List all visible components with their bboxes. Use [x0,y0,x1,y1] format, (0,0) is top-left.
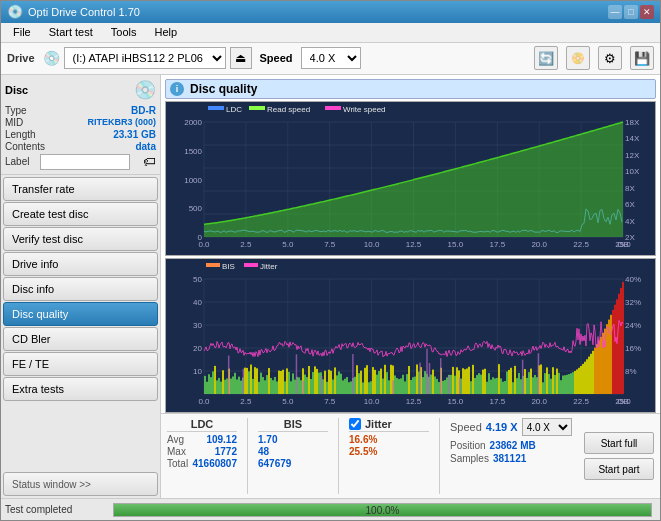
left-panel: Disc 💿 Type BD-R MID RITEKBR3 (000) Leng… [1,75,161,498]
stats-bis-avg-val: 1.70 [258,434,277,445]
disc-type-row: Type BD-R [5,105,156,116]
nav-cd-bler[interactable]: CD Bler [3,327,158,351]
stats-ldc-column: LDC Avg 109.12 Max 1772 Total 41660807 [167,418,237,494]
disc-label-icon: 🏷 [143,154,156,169]
eject-button[interactable]: ⏏ [230,47,252,69]
app-title: Opti Drive Control 1.70 [28,6,140,18]
divider-2 [338,418,339,494]
chart-title: Disc quality [190,82,257,96]
nav-drive-info[interactable]: Drive info [3,252,158,276]
close-button[interactable]: ✕ [640,5,654,19]
disc-section-icon: 💿 [134,79,156,101]
refresh-button[interactable]: 🔄 [534,46,558,70]
disc-contents-row: Contents data [5,141,156,152]
save-button[interactable]: 💾 [630,46,654,70]
disc-info-table: Type BD-R MID RITEKBR3 (000) Length 23.3… [5,105,156,170]
menu-file[interactable]: File [5,24,39,40]
stats-area: LDC Avg 109.12 Max 1772 Total 41660807 [161,413,660,498]
nav-create-test-disc[interactable]: Create test disc [3,202,158,226]
stats-ldc-total-row: Total 41660807 [167,458,237,469]
nav-extra-tests[interactable]: Extra tests [3,377,158,401]
stats-bis-max-row: 48 [258,446,328,457]
stats-ldc-total-val: 41660807 [193,458,238,469]
nav-verify-test-disc[interactable]: Verify test disc [3,227,158,251]
disc-title: Disc [5,84,28,96]
stats-bis-column: BIS 1.70 48 647679 [258,418,328,494]
status-window-button[interactable]: Status window >> [3,472,158,496]
divider-1 [247,418,248,494]
stats-bis-max-val: 48 [258,446,269,457]
stats-jitter-max-row: 25.5% [349,446,429,457]
stats-jitter-avg-val: 16.6% [349,434,377,445]
action-buttons: Start full Start part [584,418,654,494]
drive-select[interactable]: (I:) ATAPI iHBS112 2 PL06 [64,47,226,69]
charts-container [161,101,660,413]
disc-length-val: 23.31 GB [113,129,156,140]
status-text: Test completed [5,504,105,515]
progress-text: 100.0% [114,504,651,518]
disc-length-row: Length 23.31 GB [5,129,156,140]
stats-jitter-column: Jitter 16.6% 25.5% [349,418,429,494]
speed-key: Speed [450,421,482,433]
disc-mid-val: RITEKBR3 (000) [87,117,156,128]
stats-ldc-avg-row: Avg 109.12 [167,434,237,445]
samples-val: 381121 [493,453,526,464]
speed-val: 4.19 X [486,421,518,433]
progress-bar-container: 100.0% [113,503,652,517]
stats-bis-header: BIS [258,418,328,432]
stats-bis-total-row: 647679 [258,458,328,469]
drive-disc-icon: 💿 [43,50,60,66]
stats-ldc-max-label: Max [167,446,186,457]
stats-ldc-avg-val: 109.12 [206,434,237,445]
nav-transfer-rate[interactable]: Transfer rate [3,177,158,201]
top-chart [165,101,656,256]
disc-type-key: Type [5,105,27,116]
disc-type-val: BD-R [131,105,156,116]
main-area: Disc 💿 Type BD-R MID RITEKBR3 (000) Leng… [1,75,660,498]
stats-ldc-total-label: Total [167,458,188,469]
samples-key: Samples [450,453,489,464]
disc-section: Disc 💿 Type BD-R MID RITEKBR3 (000) Leng… [1,75,160,175]
nav-buttons: Transfer rate Create test disc Verify te… [1,175,160,498]
drive-label: Drive [7,52,35,64]
top-chart-canvas [166,102,655,255]
stats-jitter-avg-row: 16.6% [349,434,429,445]
bottom-chart [165,258,656,413]
nav-disc-quality[interactable]: Disc quality [3,302,158,326]
jitter-checkbox[interactable] [349,418,361,430]
menu-help[interactable]: Help [146,24,185,40]
samples-row: Samples 381121 [450,453,572,464]
position-val: 23862 MB [490,440,536,451]
settings-button[interactable]: ⚙ [598,46,622,70]
nav-fe-te[interactable]: FE / TE [3,352,158,376]
speed-info: Speed 4.19 X 4.0 X Position 23862 MB Sam… [450,418,572,494]
speed-label: Speed [260,52,293,64]
menu-start-test[interactable]: Start test [41,24,101,40]
menu-bar: File Start test Tools Help [1,23,660,43]
start-full-button[interactable]: Start full [584,432,654,454]
app-icon: 💿 [7,4,23,19]
status-bar: Test completed 100.0% [1,498,660,520]
minimize-button[interactable]: — [608,5,622,19]
speed-select[interactable]: 4.0 X [301,47,361,69]
drive-select-container: 💿 (I:) ATAPI iHBS112 2 PL06 ⏏ [43,47,252,69]
maximize-button[interactable]: □ [624,5,638,19]
start-part-button[interactable]: Start part [584,458,654,480]
disc-label-input[interactable] [40,154,130,170]
disc-contents-val: data [135,141,156,152]
menu-tools[interactable]: Tools [103,24,145,40]
disc-length-key: Length [5,129,36,140]
stats-jitter-header: Jitter [349,418,429,432]
divider-3 [439,418,440,494]
title-bar: 💿 Opti Drive Control 1.70 — □ ✕ [1,1,660,23]
nav-disc-info[interactable]: Disc info [3,277,158,301]
stats-ldc-avg-label: Avg [167,434,184,445]
speed-select-stats[interactable]: 4.0 X [522,418,572,436]
bottom-chart-canvas [166,259,655,412]
position-row: Position 23862 MB [450,440,572,451]
toolbar: Drive 💿 (I:) ATAPI iHBS112 2 PL06 ⏏ Spee… [1,43,660,75]
disc-read-button[interactable]: 📀 [566,46,590,70]
stats-jitter-max-val: 25.5% [349,446,377,457]
chart-header-icon: i [170,82,184,96]
disc-contents-key: Contents [5,141,45,152]
